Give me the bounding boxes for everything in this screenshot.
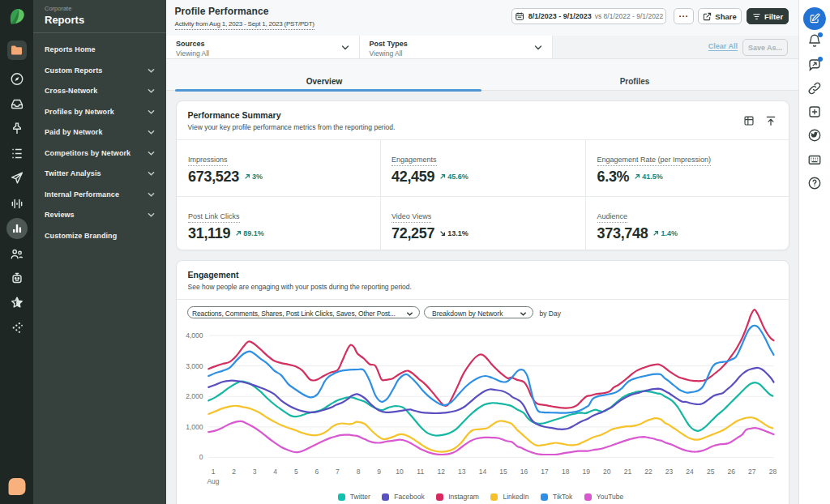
svg-text:1,000: 1,000 [186,423,203,431]
svg-text:0: 0 [199,453,203,461]
svg-text:16: 16 [520,468,528,476]
svg-text:26: 26 [727,468,735,476]
svg-text:17: 17 [541,468,549,476]
svg-text:27: 27 [748,468,756,476]
svg-text:2,000: 2,000 [186,392,203,400]
svg-text:19: 19 [582,468,590,476]
svg-text:Aug: Aug [207,477,219,485]
svg-text:15: 15 [499,468,507,476]
svg-text:3: 3 [252,468,256,476]
svg-text:13: 13 [458,468,466,476]
svg-text:7: 7 [336,468,340,476]
svg-text:8: 8 [356,468,360,476]
svg-text:28: 28 [768,468,777,476]
svg-text:4: 4 [273,468,277,476]
svg-text:18: 18 [561,468,569,476]
svg-text:23: 23 [665,468,673,476]
svg-text:20: 20 [603,468,611,476]
svg-text:21: 21 [623,468,631,476]
svg-text:14: 14 [478,468,486,476]
svg-text:2: 2 [232,468,236,476]
svg-text:10: 10 [396,468,404,476]
svg-text:24: 24 [686,468,694,476]
svg-text:22: 22 [644,468,652,476]
svg-text:1: 1 [211,468,215,476]
svg-text:6: 6 [314,468,319,476]
svg-text:3,000: 3,000 [186,362,203,370]
svg-text:9: 9 [377,468,381,476]
svg-text:5: 5 [293,468,297,476]
svg-text:12: 12 [437,468,445,476]
svg-text:11: 11 [417,468,424,476]
svg-text:25: 25 [706,468,714,476]
svg-text:4,000: 4,000 [186,331,203,340]
